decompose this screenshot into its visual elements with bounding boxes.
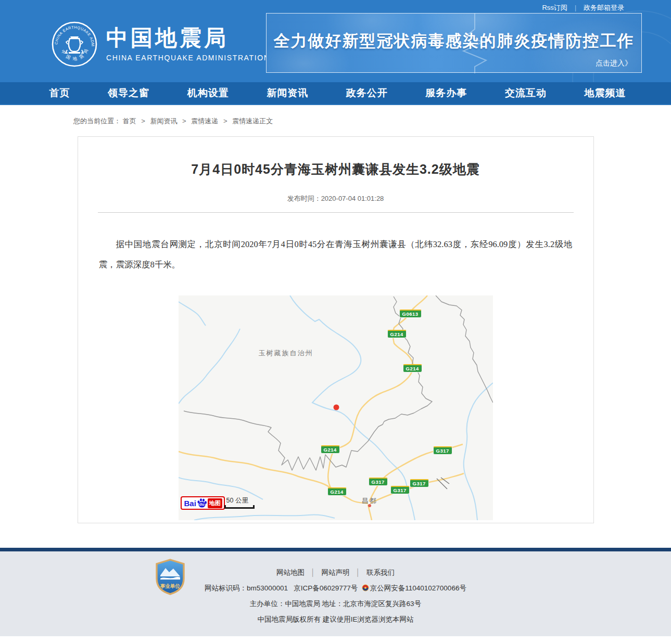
road-sign-g214: G214 <box>327 487 347 496</box>
baidu-logo-text: Bai <box>184 499 196 508</box>
site-header: Rss订阅 | 政务邮箱登录 CHINA EARTHQUAKE ADMINIST… <box>0 0 671 82</box>
divider <box>98 212 574 213</box>
police-registration-link[interactable]: 京公网安备11040102700066号 <box>370 584 466 592</box>
publish-label: 发布时间： <box>287 195 321 202</box>
footer-copyright-row: 中国地震局版权所有 建议使用IE浏览器浏览本网站 <box>0 615 671 624</box>
breadcrumb-separator: > <box>223 117 227 125</box>
nav-item-interaction[interactable]: 交流互动 <box>505 86 547 100</box>
main-nav: 首页 领导之窗 机构设置 新闻资讯 政务公开 服务办事 交流互动 地震频道 <box>0 82 671 105</box>
breadcrumb-prefix: 您的当前位置： <box>73 117 121 125</box>
breadcrumb-separator: > <box>182 117 186 125</box>
footer-separator: │ <box>356 569 360 576</box>
nav-item-news[interactable]: 新闻资讯 <box>267 86 308 100</box>
nav-item-leaders[interactable]: 领导之窗 <box>108 86 149 100</box>
campaign-banner[interactable]: 全力做好新型冠状病毒感染的肺炎疫情防控工作 点击进入》 <box>266 13 642 73</box>
footer-sitemap-link[interactable]: 网站地图 <box>276 569 305 576</box>
organizer-text: 主办单位：中国地震局 地址：北京市海淀区复兴路63号 <box>250 600 421 608</box>
baidu-map-logo[interactable]: Bai du 地图 <box>181 496 225 510</box>
road-sign-g317: G317 <box>390 486 410 494</box>
publish-row: 发布时间：2020-07-04 01:01:28 <box>78 194 593 203</box>
brand[interactable]: CHINA EARTHQUAKE ADMINISTRATION 中 国 地 震 … <box>51 21 270 68</box>
brand-text: 中国地震局 CHINA EARTHQUAKE ADMINISTRATION <box>106 27 270 62</box>
city-label: 昌都 <box>362 496 377 506</box>
footer-contact-link[interactable]: 联系我们 <box>366 569 395 576</box>
road-sign-g317: G317 <box>369 478 388 486</box>
rss-link[interactable]: Rss订阅 <box>542 3 567 12</box>
breadcrumb-quake-express[interactable]: 震情速递 <box>191 117 218 125</box>
baidu-du-text: du <box>199 502 205 507</box>
road-sign-g317: G317 <box>410 479 429 487</box>
footer-separator: │ <box>311 569 315 576</box>
seismoscope-icon <box>66 36 83 54</box>
seal-bottom-text: 中 国 地 震 局 <box>60 47 89 61</box>
breadcrumb: 您的当前位置： 首页 > 新闻资讯 > 震情速递 > 震情速递正文 <box>73 117 671 126</box>
region-label: 玉树藏族自治州 <box>259 349 313 358</box>
site-code: 网站标识码：bm53000001 <box>205 584 288 592</box>
banner-slogan: 全力做好新型冠状病毒感染的肺炎疫情防控工作 <box>267 30 641 52</box>
article-body: 据中国地震台网测定，北京时间2020年7月4日0时45分在青海玉树州囊谦县（北纬… <box>99 234 573 275</box>
map-canvas <box>179 295 493 520</box>
public-institution-badge[interactable]: 事业单位 <box>154 559 186 597</box>
map-scale-label: 50 公里 <box>226 496 248 505</box>
road-sign-g317: G317 <box>433 446 452 455</box>
breadcrumb-home[interactable]: 首页 <box>123 117 136 125</box>
svg-text:中 国 地 震 局: 中 国 地 震 局 <box>60 47 89 61</box>
mail-login-link[interactable]: 政务邮箱登录 <box>584 3 624 12</box>
nav-item-organization[interactable]: 机构设置 <box>187 86 229 100</box>
footer-organizer-row: 主办单位：中国地震局 地址：北京市海淀区复兴路63号 <box>0 599 671 609</box>
police-badge-icon <box>362 584 369 591</box>
article-container: 7月4日0时45分青海玉树州囊谦县发生3.2级地震 发布时间：2020-07-0… <box>78 136 594 523</box>
map-scale-bar <box>224 505 255 509</box>
nav-item-gov-affairs[interactable]: 政务公开 <box>346 86 388 100</box>
road-sign-g0613: G0613 <box>399 310 422 318</box>
badge-label: 事业单位 <box>160 583 181 589</box>
baidu-map-text: 地图 <box>208 498 222 508</box>
road-sign-g214: G214 <box>387 330 407 338</box>
epicenter-map[interactable]: 玉树藏族自治州 昌都 G0613 G214 G214 G214 G317 G31… <box>179 295 493 520</box>
topbar-separator: | <box>575 4 576 11</box>
breadcrumb-separator: > <box>141 117 145 125</box>
site-title-en: CHINA EARTHQUAKE ADMINISTRATION <box>106 54 270 62</box>
nav-item-home[interactable]: 首页 <box>49 86 70 100</box>
road-sign-g214: G214 <box>321 445 340 454</box>
baidu-paw-icon: du <box>197 498 207 508</box>
site-title: 中国地震局 <box>106 27 270 49</box>
seal-top-text: CHINA EARTHQUAKE ADMINISTRATION <box>51 21 95 47</box>
breadcrumb-current[interactable]: 震情速递正文 <box>232 117 273 125</box>
road-sign-g214: G214 <box>403 364 422 372</box>
banner-enter-link[interactable]: 点击进入》 <box>596 59 632 68</box>
copyright-text: 中国地震局版权所有 建议使用IE浏览器浏览本网站 <box>257 615 413 623</box>
publish-time: 2020-07-04 01:01:28 <box>321 195 384 202</box>
footer-registration-row: 网站标识码：bm53000001 京ICP备06029777号 京公网安备110… <box>0 584 671 593</box>
icp-link[interactable]: 京ICP备06029777号 <box>294 584 358 592</box>
nav-item-services[interactable]: 服务办事 <box>425 86 467 100</box>
epicenter-dot <box>333 405 339 410</box>
footer-statement-link[interactable]: 网站声明 <box>322 569 350 576</box>
footer-links: 网站地图│网站声明│联系我们 <box>0 568 671 577</box>
cea-seal-icon: CHINA EARTHQUAKE ADMINISTRATION 中 国 地 震 … <box>51 21 98 68</box>
footer: 事业单位 网站地图│网站声明│联系我们 网站标识码：bm53000001 京IC… <box>0 551 671 636</box>
nav-item-quake-channel[interactable]: 地震频道 <box>584 86 626 100</box>
footer-accent-bar <box>0 548 671 551</box>
svg-text:CHINA EARTHQUAKE ADMINISTRATIO: CHINA EARTHQUAKE ADMINISTRATION <box>51 21 95 47</box>
article-title: 7月4日0时45分青海玉树州囊谦县发生3.2级地震 <box>78 161 593 178</box>
breadcrumb-news[interactable]: 新闻资讯 <box>150 117 177 125</box>
